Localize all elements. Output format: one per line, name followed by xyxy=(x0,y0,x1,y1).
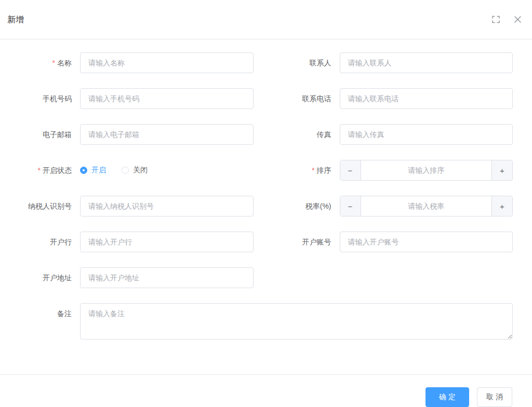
form-item-fax: 传真 xyxy=(267,124,513,145)
form-item-email: 电子邮箱 xyxy=(7,124,254,145)
bank-label: 开户行 xyxy=(7,232,80,252)
bank-account-input[interactable] xyxy=(340,232,513,252)
dialog-header: 新增 xyxy=(0,0,532,39)
status-radio-off-label: 关闭 xyxy=(133,166,148,175)
email-input[interactable] xyxy=(80,124,254,145)
form-item-remark: 备注 xyxy=(7,303,513,340)
status-label: *开启状态 xyxy=(7,160,80,181)
form-item-bank-account: 开户账号 xyxy=(267,232,513,252)
fullscreen-button[interactable] xyxy=(490,15,501,25)
tax-rate-decrease-button[interactable]: − xyxy=(340,196,361,216)
add-form: *名称 联系人 手机号码 联系电话 电子邮箱 传真 xyxy=(7,52,513,355)
close-icon xyxy=(514,16,522,23)
fullscreen-icon xyxy=(492,16,500,23)
minus-icon: − xyxy=(348,166,353,175)
status-radio-on[interactable]: 开启 xyxy=(80,166,106,175)
form-item-tax-rate: 税率(%) − + xyxy=(267,196,513,216)
status-radio-on-label: 开启 xyxy=(91,166,106,175)
bank-address-input[interactable] xyxy=(80,267,254,288)
form-item-contact: 联系人 xyxy=(267,52,513,73)
name-input[interactable] xyxy=(80,52,254,73)
plus-icon: + xyxy=(500,202,504,211)
contact-label: 联系人 xyxy=(267,52,340,73)
name-label: *名称 xyxy=(7,52,80,73)
form-item-phone: 联系电话 xyxy=(267,88,513,109)
sort-label: *排序 xyxy=(267,160,340,181)
dialog-title: 新增 xyxy=(7,13,24,26)
form-item-bank-address: 开户地址 xyxy=(7,267,254,288)
sort-decrease-button[interactable]: − xyxy=(340,160,361,180)
form-item-empty xyxy=(267,267,513,288)
remark-textarea[interactable] xyxy=(80,303,513,340)
bank-address-label: 开户地址 xyxy=(7,267,80,288)
plus-icon: + xyxy=(500,166,504,175)
tax-rate-label: 税率(%) xyxy=(267,196,340,216)
required-asterisk: * xyxy=(38,166,41,174)
status-radio-group: 开启 关闭 xyxy=(80,160,254,181)
phone-input[interactable] xyxy=(340,88,513,109)
close-button[interactable] xyxy=(512,15,523,25)
confirm-button[interactable]: 确定 xyxy=(425,387,469,407)
dialog-footer: 确定 取消 xyxy=(0,374,532,407)
remark-label: 备注 xyxy=(7,303,80,324)
sort-increase-button[interactable]: + xyxy=(491,160,512,180)
tax-rate-increase-button[interactable]: + xyxy=(491,196,512,216)
fax-label: 传真 xyxy=(267,124,340,145)
tax-rate-input[interactable] xyxy=(361,196,492,216)
taxpayer-id-label: 纳税人识别号 xyxy=(7,196,80,216)
contact-input[interactable] xyxy=(340,52,513,73)
required-asterisk: * xyxy=(52,59,55,67)
form-item-mobile: 手机号码 xyxy=(7,88,254,109)
fax-input[interactable] xyxy=(340,124,513,145)
cancel-button[interactable]: 取消 xyxy=(477,387,512,407)
tax-rate-number-input: − + xyxy=(340,196,513,216)
form-item-bank: 开户行 xyxy=(7,232,254,252)
sort-input[interactable] xyxy=(361,160,492,180)
radio-unselected-icon xyxy=(122,167,129,174)
mobile-input[interactable] xyxy=(80,88,254,109)
email-label: 电子邮箱 xyxy=(7,124,80,145)
form-item-taxpayer-id: 纳税人识别号 xyxy=(7,196,254,216)
form-item-sort: *排序 − + xyxy=(267,160,513,181)
bank-account-label: 开户账号 xyxy=(267,232,340,252)
taxpayer-id-input[interactable] xyxy=(80,196,254,216)
dialog-header-tools xyxy=(490,15,523,25)
status-radio-off[interactable]: 关闭 xyxy=(122,166,148,175)
radio-selected-icon xyxy=(80,167,87,174)
form-item-name: *名称 xyxy=(7,52,254,73)
add-dialog: 新增 *名称 xyxy=(0,0,532,407)
form-item-status: *开启状态 开启 关闭 xyxy=(7,160,254,181)
sort-number-input: − + xyxy=(340,160,513,181)
mobile-label: 手机号码 xyxy=(7,88,80,109)
bank-input[interactable] xyxy=(80,232,254,252)
required-asterisk: * xyxy=(312,166,314,174)
dialog-body: *名称 联系人 手机号码 联系电话 电子邮箱 传真 xyxy=(0,39,532,364)
phone-label: 联系电话 xyxy=(267,88,340,109)
minus-icon: − xyxy=(348,202,353,211)
